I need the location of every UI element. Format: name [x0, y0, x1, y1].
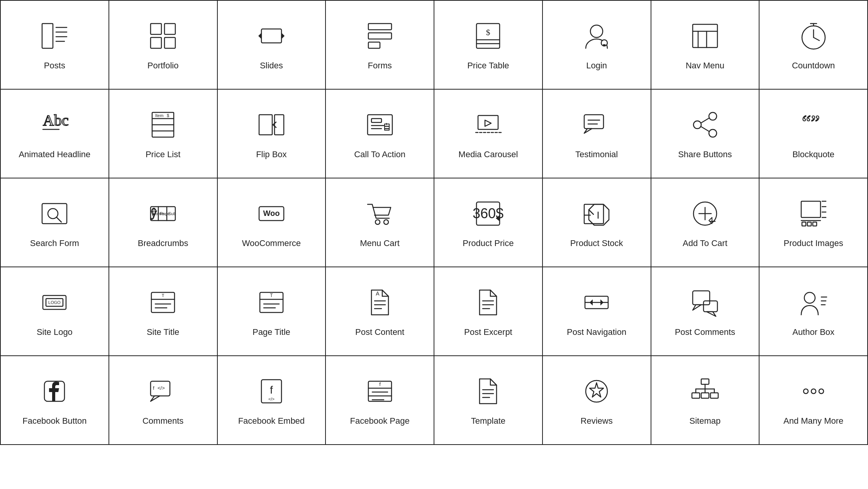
- svg-rect-99: [813, 222, 817, 226]
- svg-rect-5: [151, 24, 161, 34]
- cell-site-logo[interactable]: LOGO Site Logo: [1, 267, 109, 356]
- svg-rect-161: [701, 379, 709, 384]
- cell-and-many-more[interactable]: And Many More: [760, 356, 868, 445]
- svg-rect-23: [693, 24, 717, 48]
- cell-post-navigation[interactable]: Post Navigation: [543, 267, 651, 356]
- svg-text:$: $: [486, 27, 490, 37]
- cell-blockquote[interactable]: “” Blockquote: [760, 90, 868, 178]
- reviews-icon: [579, 374, 614, 409]
- cell-add-to-cart[interactable]: Add To Cart: [651, 178, 760, 267]
- svg-text:f: f: [153, 385, 154, 391]
- svg-rect-6: [164, 24, 175, 34]
- svg-rect-60: [584, 115, 604, 129]
- cell-woocommerce[interactable]: Woo WooCommerce: [218, 178, 326, 267]
- cell-flip-box[interactable]: Flip Box: [218, 90, 326, 178]
- svg-text:</>: </>: [268, 397, 275, 401]
- facebook-embed-label: Facebook Embed: [238, 416, 305, 427]
- blockquote-icon: “”: [796, 107, 831, 142]
- cell-menu-cart[interactable]: Menu Cart: [326, 178, 434, 267]
- cell-product-images[interactable]: Product Images: [760, 178, 868, 267]
- share-buttons-icon: [688, 107, 722, 142]
- portfolio-icon: [146, 19, 180, 53]
- search-form-icon: [37, 196, 72, 231]
- cell-search-form[interactable]: Search Form: [1, 178, 109, 267]
- svg-line-67: [701, 118, 709, 123]
- cell-facebook-button[interactable]: Facebook Button: [1, 356, 109, 445]
- call-to-action-label: Call To Action: [354, 149, 405, 160]
- cell-countdown[interactable]: Countdown: [760, 1, 868, 90]
- cell-comments[interactable]: f </> Comments: [109, 356, 218, 445]
- svg-rect-44: [368, 115, 392, 135]
- cell-posts[interactable]: Posts: [1, 1, 109, 90]
- product-images-icon: [796, 196, 831, 231]
- cell-post-content[interactable]: A Post Content: [326, 267, 434, 356]
- search-form-label: Search Form: [30, 238, 79, 249]
- cell-share-buttons[interactable]: Share Buttons: [651, 90, 760, 178]
- svg-rect-13: [368, 33, 392, 39]
- cell-breadcrumbs[interactable]: ŷ Home Page Sub Breadcrumbs: [109, 178, 218, 267]
- cell-portfolio[interactable]: Portfolio: [109, 1, 218, 90]
- breadcrumbs-label: Breadcrumbs: [138, 238, 188, 249]
- posts-icon: [37, 19, 72, 53]
- cell-template[interactable]: Template: [434, 356, 543, 445]
- cell-facebook-page[interactable]: f Facebook Page: [326, 356, 434, 445]
- cell-slides[interactable]: Slides: [218, 1, 326, 90]
- cell-sitemap[interactable]: Sitemap: [651, 356, 760, 445]
- svg-rect-95: [801, 201, 821, 217]
- facebook-page-label: Facebook Page: [350, 416, 410, 427]
- post-comments-label: Post Comments: [675, 327, 736, 338]
- cell-page-title[interactable]: T Page Title: [218, 267, 326, 356]
- flip-box-icon: [254, 107, 289, 142]
- svg-text:$: $: [167, 113, 169, 118]
- svg-line-72: [56, 217, 61, 222]
- svg-rect-132: [693, 291, 710, 305]
- site-title-icon: T: [146, 285, 180, 320]
- cell-price-table[interactable]: $ Price Table: [434, 1, 543, 90]
- facebook-embed-icon: f </>: [254, 374, 289, 409]
- portfolio-label: Portfolio: [147, 60, 179, 71]
- posts-label: Posts: [44, 60, 65, 71]
- post-content-label: Post Content: [355, 327, 404, 338]
- svg-marker-142: [151, 396, 160, 401]
- facebook-button-label: Facebook Button: [22, 416, 86, 427]
- cell-price-list[interactable]: Item $ Price List: [109, 90, 218, 178]
- site-logo-icon: LOGO: [37, 285, 72, 320]
- svg-point-171: [811, 389, 816, 394]
- breadcrumbs-icon: ŷ Home Page Sub: [146, 196, 180, 231]
- cell-testimonial[interactable]: Testimonial: [543, 90, 651, 178]
- svg-rect-86: [584, 204, 604, 224]
- comments-icon: f </>: [146, 374, 180, 409]
- cell-forms[interactable]: Forms: [326, 1, 434, 90]
- svg-text:Abc: Abc: [43, 112, 69, 129]
- svg-text:T: T: [270, 293, 273, 298]
- cell-post-excerpt[interactable]: Post Excerpt: [434, 267, 543, 356]
- cell-login[interactable]: Login: [543, 1, 651, 90]
- cell-nav-menu[interactable]: Nav Menu: [651, 1, 760, 90]
- post-content-icon: A: [363, 285, 397, 320]
- svg-rect-8: [164, 37, 175, 48]
- cell-call-to-action[interactable]: Call To Action: [326, 90, 434, 178]
- cell-author-box[interactable]: Author Box: [760, 267, 868, 356]
- cell-media-carousel[interactable]: Media Carousel: [434, 90, 543, 178]
- price-table-label: Price Table: [467, 60, 509, 71]
- cell-product-price[interactable]: 360$ Product Price: [434, 178, 543, 267]
- svg-rect-167: [692, 393, 700, 398]
- woocommerce-icon: Woo: [254, 196, 289, 231]
- cell-reviews[interactable]: Reviews: [543, 356, 651, 445]
- page-title-label: Page Title: [253, 327, 290, 338]
- svg-point-22: [604, 43, 605, 44]
- cell-animated-headline[interactable]: Abc Animated Headline: [1, 90, 109, 178]
- site-logo-label: Site Logo: [37, 327, 73, 338]
- price-list-label: Price List: [146, 149, 180, 160]
- svg-marker-130: [590, 299, 593, 306]
- cell-product-stock[interactable]: Product Stock: [543, 178, 651, 267]
- template-icon: [471, 374, 505, 409]
- svg-rect-98: [807, 222, 811, 226]
- cell-facebook-embed[interactable]: f </> Facebook Embed: [218, 356, 326, 445]
- svg-marker-10: [258, 33, 261, 39]
- cell-site-title[interactable]: T Site Title: [109, 267, 218, 356]
- call-to-action-icon: [363, 107, 397, 142]
- svg-marker-61: [584, 129, 592, 133]
- svg-point-66: [709, 129, 717, 137]
- cell-post-comments[interactable]: Post Comments: [651, 267, 760, 356]
